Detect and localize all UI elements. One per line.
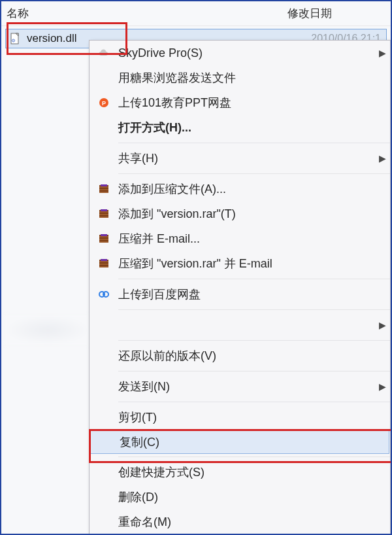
menu-rename[interactable]: 重命名(M) — [90, 509, 390, 534]
menu-label: 重命名(M) — [118, 514, 390, 530]
separator — [118, 457, 390, 457]
submenu-arrow-icon: ▶ — [374, 381, 390, 392]
background-smudge — [5, 315, 90, 345]
menu-winrar-email[interactable]: 压缩并 E-mail... — [90, 226, 390, 251]
menu-label: 共享(H) — [118, 150, 374, 166]
menu-hidden-submenu[interactable]: ▶ — [90, 313, 390, 337]
separator — [118, 371, 390, 371]
menu-label: SkyDrive Pro(S) — [118, 46, 374, 60]
winrar-icon — [90, 257, 118, 270]
menu-label: 上传到百度网盘 — [118, 286, 390, 302]
winrar-icon — [90, 232, 118, 245]
svg-rect-14 — [101, 209, 107, 211]
svg-rect-22 — [99, 262, 108, 264]
menu-open-with[interactable]: 打开方式(H)... — [90, 115, 390, 140]
svg-rect-12 — [99, 213, 108, 214]
submenu-arrow-icon: ▶ — [374, 320, 390, 330]
file-name: version.dll — [27, 32, 77, 45]
menu-share[interactable]: 共享(H) ▶ — [90, 146, 390, 171]
menu-upload-101ppt[interactable]: P 上传101教育PPT网盘 — [90, 90, 390, 115]
svg-rect-19 — [101, 234, 107, 236]
svg-rect-23 — [99, 265, 108, 266]
svg-point-2 — [13, 40, 14, 41]
menu-label: 复制(C) — [120, 434, 389, 450]
svg-rect-18 — [99, 240, 108, 241]
menu-restore-versions[interactable]: 还原以前的版本(V) — [90, 343, 390, 368]
separator — [118, 309, 390, 310]
menu-candy-browser-send[interactable]: 用糖果浏览器发送文件 — [90, 65, 390, 90]
separator — [118, 143, 390, 143]
svg-rect-13 — [99, 215, 108, 216]
menu-label: 打开方式(H)... — [118, 120, 390, 135]
column-date[interactable]: 修改日期 — [287, 6, 332, 21]
menu-delete[interactable]: 删除(D) — [90, 485, 390, 509]
submenu-arrow-icon: ▶ — [374, 48, 390, 58]
column-headers: 名称 修改日期 — [1, 1, 391, 26]
separator — [118, 340, 390, 341]
window-frame: 名称 修改日期 version.dll 2010/0/16 21:1 SkyDr… — [0, 0, 392, 535]
menu-label: 发送到(N) — [118, 379, 374, 394]
svg-rect-9 — [101, 184, 107, 186]
menu-label: 还原以前的版本(V) — [118, 348, 390, 364]
menu-winrar-add[interactable]: 添加到压缩文件(A)... — [90, 177, 390, 201]
menu-skydrive-pro[interactable]: SkyDrive Pro(S) ▶ — [90, 41, 390, 65]
menu-label: 剪切(T) — [118, 409, 390, 425]
svg-rect-24 — [101, 259, 107, 261]
winrar-icon — [90, 182, 118, 196]
menu-label: 压缩到 "version.rar" 并 E-mail — [118, 256, 390, 271]
submenu-arrow-icon: ▶ — [374, 153, 390, 164]
menu-copy[interactable]: 复制(C) — [90, 430, 389, 454]
separator — [118, 402, 390, 402]
ppt-icon: P — [90, 96, 118, 109]
menu-send-to[interactable]: 发送到(N) ▶ — [90, 374, 390, 399]
separator — [118, 173, 390, 174]
separator — [118, 279, 390, 279]
column-name[interactable]: 名称 — [7, 6, 287, 21]
svg-text:P: P — [102, 100, 106, 107]
menu-label: 删除(D) — [118, 489, 390, 505]
menu-label: 用糖果浏览器发送文件 — [118, 70, 390, 86]
menu-label: 添加到 "version.rar"(T) — [118, 206, 390, 222]
menu-create-shortcut[interactable]: 创建快捷方式(S) — [90, 460, 390, 485]
cloud-icon — [90, 46, 118, 60]
baidu-cloud-icon — [90, 288, 118, 301]
context-menu: SkyDrive Pro(S) ▶ 用糖果浏览器发送文件 P 上传101教育PP… — [89, 40, 391, 535]
menu-cut[interactable]: 剪切(T) — [90, 405, 390, 430]
menu-label: 上传101教育PPT网盘 — [118, 95, 390, 111]
dll-file-icon — [8, 31, 23, 46]
menu-label: 压缩并 E-mail... — [118, 231, 390, 247]
svg-rect-17 — [99, 237, 108, 239]
menu-label: 创建快捷方式(S) — [118, 464, 390, 480]
svg-rect-7 — [99, 188, 108, 189]
winrar-icon — [90, 207, 118, 220]
menu-baidu-upload[interactable]: 上传到百度网盘 — [90, 282, 390, 307]
menu-winrar-add-name[interactable]: 添加到 "version.rar"(T) — [90, 201, 390, 226]
menu-label: 添加到压缩文件(A)... — [118, 181, 390, 197]
svg-rect-8 — [99, 190, 108, 192]
menu-winrar-email-name[interactable]: 压缩到 "version.rar" 并 E-mail — [90, 251, 390, 276]
